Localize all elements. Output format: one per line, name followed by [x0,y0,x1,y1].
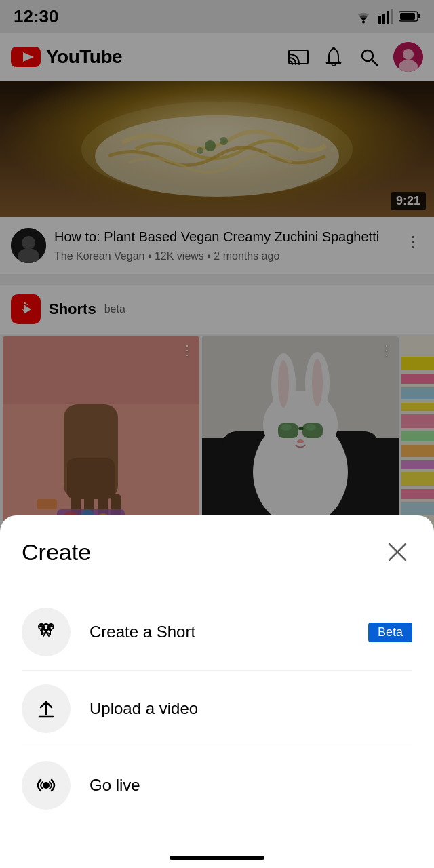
close-icon [388,542,407,561]
go-live-label: Go live [90,776,412,795]
upload-video-label: Upload a video [90,699,412,718]
modal-title: Create [22,539,91,566]
create-short-beta-badge: Beta [368,623,412,642]
upload-video-icon-wrap [22,684,71,733]
create-short-icon-wrap [22,608,71,656]
create-short-item[interactable]: Create a Short Beta [22,594,412,670]
create-modal: Create Create a Short Beta [0,515,434,868]
go-live-icon-wrap [22,761,71,810]
upload-icon [34,696,58,721]
shorts-create-icon [34,620,58,644]
live-icon [34,773,58,797]
create-short-label: Create a Short [90,623,349,642]
modal-header: Create [22,537,412,567]
home-indicator [170,856,264,860]
svg-point-77 [43,782,50,789]
modal-close-button[interactable] [382,537,412,567]
upload-video-item[interactable]: Upload a video [22,671,412,747]
go-live-item[interactable]: Go live [22,747,412,823]
